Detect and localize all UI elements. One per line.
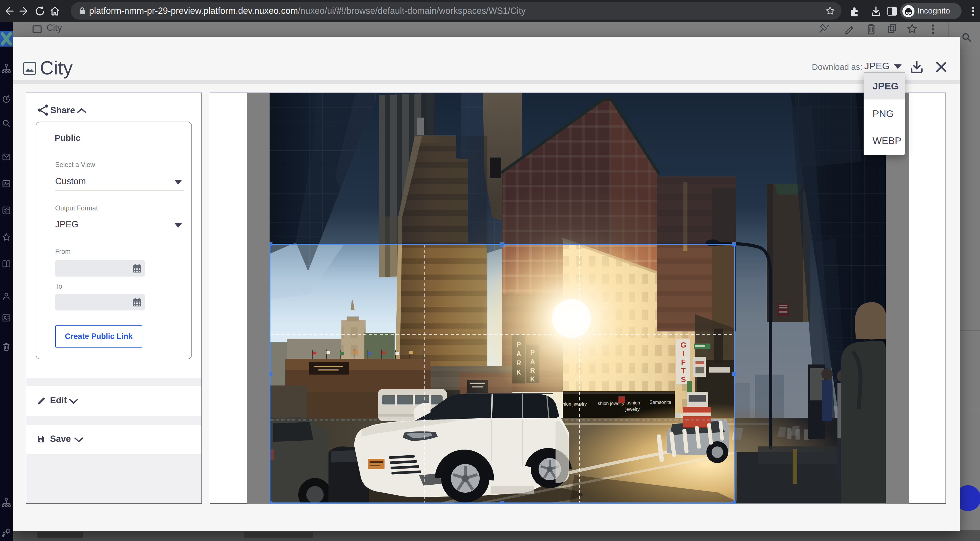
svg-text:F: F xyxy=(681,358,686,366)
svg-text:S: S xyxy=(681,375,686,384)
svg-text:I: I xyxy=(682,349,684,358)
svg-text:G: G xyxy=(681,341,686,349)
svg-text:Samsonite: Samsonite xyxy=(649,400,671,405)
svg-text:fashion jewelry: fashion jewelry xyxy=(557,402,587,406)
svg-text:T: T xyxy=(681,366,686,375)
svg-text:ashion: ashion xyxy=(627,401,640,405)
